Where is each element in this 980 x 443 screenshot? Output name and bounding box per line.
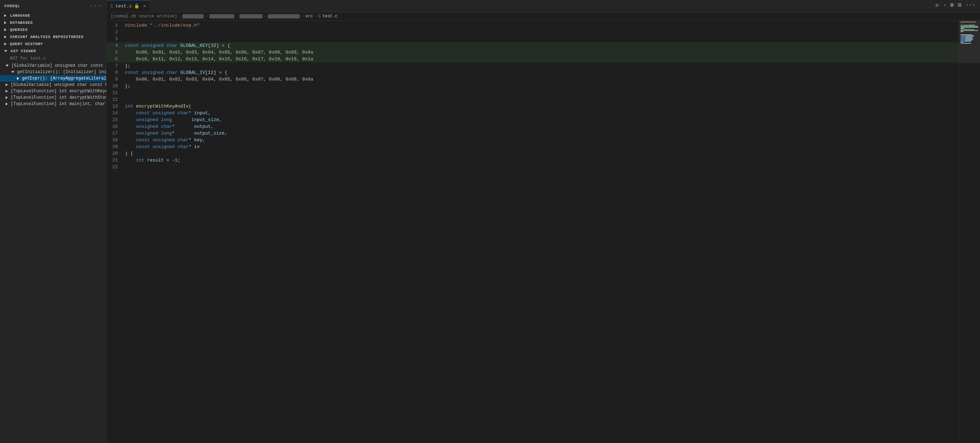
line-number-18: 18 — [107, 137, 124, 143]
tab-bar: C test.c 🔓 × — [107, 0, 980, 13]
split-editor-button[interactable]: ⊡ — [958, 2, 962, 8]
sidebar-item-queries[interactable]: QUERIES — [0, 26, 106, 33]
tree-item-get-expr[interactable]: getExpr(): [ArrayAggregateLiteral] {...}… — [0, 75, 106, 82]
sidebar-label-queries: QUERIES — [10, 28, 28, 32]
sidebar-label-ast-viewer: AST VIEWER — [11, 49, 36, 53]
line-content-13: int encryptWithKeyAndIv( — [124, 103, 959, 110]
line-number-3: 3 — [107, 35, 124, 42]
code-line-8: 8 const unsigned char GLOBAL_IV[12] = { — [107, 69, 959, 76]
line-content-11 — [124, 89, 959, 96]
breadcrumb-sep-1: › — [178, 14, 181, 19]
line-number-22: 22 — [107, 164, 124, 171]
sidebar-label-variant-analysis: VARIANT ANALYSIS REPOSITORIES — [10, 35, 83, 39]
breadcrumb-blurred-2 — [209, 14, 234, 18]
tab-close-button[interactable]: × — [143, 3, 146, 9]
tree-label-decrypt-fn: [TopLevelFunction] int decryptWithStatic… — [11, 95, 106, 100]
code-line-19: 19 const unsigned char* iv — [107, 143, 959, 150]
line-content-15: unsigned long input_size, — [124, 116, 959, 123]
code-line-3: 3 — [107, 35, 959, 42]
code-line-16: 16 unsigned char* output, — [107, 123, 959, 130]
tree-item-get-initializer[interactable]: getInitializer(): [Initializer] initiali… — [0, 69, 106, 75]
run-button[interactable]: ▷ — [936, 2, 940, 8]
code-line-4: 4 const unsigned char GLOBAL_KEY[32] = { — [107, 42, 959, 49]
tab-test-c[interactable]: C test.c 🔓 × — [107, 0, 150, 12]
tree-label-global-iv: [GlobalVariable] unsigned char const GLO… — [11, 82, 106, 87]
tree-item-decrypt-fn[interactable]: [TopLevelFunction] int decryptWithStatic… — [0, 94, 106, 101]
sidebar-item-query-history[interactable]: QUERY HISTORY — [0, 40, 106, 48]
line-content-3 — [124, 35, 959, 42]
code-editor[interactable]: 1 #include "../include/evp.h" 2 3 4 cons… — [107, 21, 959, 443]
line-content-12 — [124, 96, 959, 103]
tree-label-encrypt-fn: [TopLevelFunction] int encryptWithKeyAnd… — [11, 89, 106, 94]
sidebar-header: CODEQL ··· — [0, 0, 106, 12]
settings-button[interactable]: ⚙ — [950, 2, 954, 8]
breadcrumb-c-icon: C — [318, 14, 321, 19]
line-number-14: 14 — [107, 110, 124, 116]
line-number-8: 8 — [107, 69, 124, 76]
tree-item-global-key[interactable]: [GlobalVariable] unsigned char const GLO… — [0, 62, 106, 69]
line-number-6: 6 — [107, 56, 124, 62]
line-number-19: 19 — [107, 143, 124, 150]
ast-tree-section: AST for test.c [GlobalVariable] unsigned… — [0, 55, 106, 443]
sidebar-label-query-history: QUERY HISTORY — [10, 42, 43, 46]
breadcrumb-sep-4: › — [264, 14, 266, 19]
code-line-1: 1 #include "../include/evp.h" — [107, 22, 959, 29]
sidebar-more-button[interactable]: ··· — [89, 3, 102, 9]
breadcrumb-sep-3: › — [235, 14, 238, 19]
code-line-13: 13 int encryptWithKeyAndIv( — [107, 103, 959, 110]
sidebar-item-language[interactable]: LANGUAGE — [0, 12, 106, 19]
line-number-1: 1 — [107, 22, 124, 29]
tree-label-get-expr: getExpr(): [ArrayAggregateLiteral] {...} — [22, 76, 106, 81]
run-dropdown-icon[interactable]: ▾ — [943, 3, 946, 8]
more-actions-button[interactable]: ··· — [966, 2, 976, 8]
line-number-21: 21 — [107, 157, 124, 164]
editor-area: ▷ ▾ ⚙ ⊡ ··· C test.c 🔓 × [codeql.db sour… — [107, 0, 980, 443]
tree-item-global-iv[interactable]: [GlobalVariable] unsigned char const GLO… — [0, 82, 106, 88]
breadcrumb-file[interactable]: test.c — [322, 14, 337, 19]
expand-icon-decrypt-fn — [6, 96, 9, 99]
code-line-21: 21 int result = -1; — [107, 157, 959, 164]
tree-label-global-key: [GlobalVariable] unsigned char const GLO… — [11, 63, 106, 68]
line-content-8: const unsigned char GLOBAL_IV[12] = { — [124, 69, 959, 76]
expand-icon-main-fn — [6, 103, 9, 105]
code-line-2: 2 — [107, 29, 959, 35]
code-line-9: 9 0x00, 0x01, 0x02, 0x03, 0x04, 0x05, 0x… — [107, 76, 959, 83]
line-number-2: 2 — [107, 29, 124, 35]
tab-lock-icon: 🔓 — [134, 3, 140, 9]
global-toolbar: ▷ ▾ ⚙ ⊡ ··· — [936, 2, 976, 8]
line-content-19: const unsigned char* iv — [124, 143, 959, 150]
line-content-10: }; — [124, 83, 959, 89]
line-content-18: const unsigned char* key, — [124, 137, 959, 143]
sidebar-item-databases[interactable]: DATABASES — [0, 19, 106, 26]
code-line-7: 7 }; — [107, 62, 959, 69]
line-content-20: ) { — [124, 150, 959, 157]
sidebar-label-language: LANGUAGE — [10, 13, 30, 18]
tree-label-get-initializer: getInitializer(): [Initializer] initiali… — [17, 70, 106, 75]
line-number-7: 7 — [107, 62, 124, 69]
breadcrumb-src[interactable]: src — [305, 14, 313, 19]
tree-item-main-fn[interactable]: [TopLevelFunction] int main(int, char**)… — [0, 101, 106, 107]
code-line-10: 10 }; — [107, 83, 959, 89]
breadcrumb-sep-2: › — [205, 14, 208, 19]
sidebar-item-ast-viewer[interactable]: AST VIEWER — [0, 48, 106, 55]
line-number-5: 5 — [107, 49, 124, 56]
sidebar-title: CODEQL — [4, 4, 20, 8]
line-content-6: 0x10, 0x11, 0x12, 0x13, 0x14, 0x15, 0x16… — [124, 56, 959, 62]
sidebar-item-variant-analysis[interactable]: VARIANT ANALYSIS REPOSITORIES — [0, 33, 106, 40]
line-content-22 — [124, 164, 959, 171]
expand-icon-global-iv — [6, 83, 9, 86]
line-content-16: unsigned char* output, — [124, 123, 959, 130]
chevron-right-icon — [4, 21, 6, 24]
line-content-7: }; — [124, 62, 959, 69]
code-line-18: 18 const unsigned char* key, — [107, 137, 959, 143]
minimap-viewport — [959, 21, 980, 63]
expand-icon-get-expr — [17, 77, 21, 80]
line-number-4: 4 — [107, 42, 124, 49]
chevron-right-icon — [4, 14, 6, 17]
breadcrumb: [codeql.db source archive] › › › › › src… — [107, 13, 980, 21]
chevron-down-icon — [4, 50, 7, 52]
line-number-20: 20 — [107, 150, 124, 157]
breadcrumb-blurred-4 — [268, 14, 300, 18]
line-number-9: 9 — [107, 76, 124, 83]
tree-item-encrypt-fn[interactable]: [TopLevelFunction] int encryptWithKeyAnd… — [0, 88, 106, 94]
